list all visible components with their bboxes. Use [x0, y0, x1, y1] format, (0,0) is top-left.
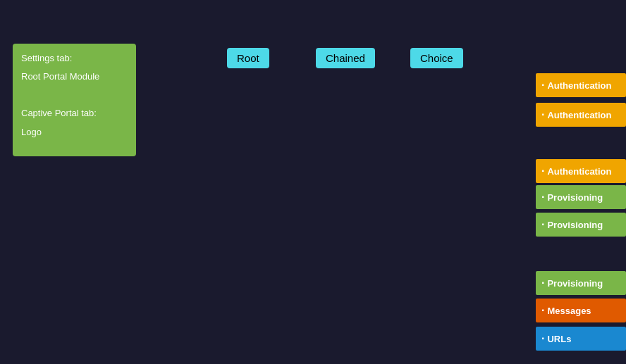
captive-line2: Logo — [21, 126, 128, 139]
dot-auth1: · — [541, 79, 544, 92]
settings-line2: Root Portal Module — [21, 70, 128, 83]
right-label-url1: ·URLs — [536, 327, 626, 351]
right-label-prov2: ·Provisioning — [536, 213, 626, 237]
right-label-prov1: ·Provisioning — [536, 185, 626, 209]
dot-prov2: · — [541, 218, 544, 231]
label-text-msg1: Messages — [547, 306, 591, 316]
right-label-msg1: ·Messages — [536, 299, 626, 322]
right-label-auth2: ·Authentication — [536, 103, 626, 127]
label-text-prov2: Provisioning — [547, 220, 603, 230]
label-text-url1: URLs — [547, 334, 571, 344]
dot-auth2: · — [541, 108, 544, 121]
root-node[interactable]: Root — [227, 48, 269, 68]
label-text-auth2: Authentication — [547, 110, 611, 120]
chained-label: Chained — [326, 52, 365, 64]
dot-auth3: · — [541, 165, 544, 177]
right-label-auth3: ·Authentication — [536, 159, 626, 183]
captive-line1: Captive Portal tab: — [21, 107, 128, 120]
right-label-prov3: ·Provisioning — [536, 271, 626, 295]
chained-node[interactable]: Chained — [316, 48, 375, 68]
settings-box: Settings tab: Root Portal Module Captive… — [13, 44, 136, 156]
label-text-prov1: Provisioning — [547, 192, 603, 203]
root-label: Root — [237, 52, 259, 64]
label-text-auth3: Authentication — [547, 166, 611, 177]
label-text-prov3: Provisioning — [547, 278, 603, 289]
dot-msg1: · — [541, 304, 544, 317]
dot-prov1: · — [541, 191, 544, 203]
dot-url1: · — [541, 332, 544, 345]
choice-label: Choice — [420, 52, 453, 64]
label-text-auth1: Authentication — [547, 80, 611, 91]
right-label-auth1: ·Authentication — [536, 73, 626, 97]
settings-line1: Settings tab: — [21, 52, 128, 65]
dot-prov3: · — [541, 277, 544, 289]
choice-node[interactable]: Choice — [410, 48, 463, 68]
